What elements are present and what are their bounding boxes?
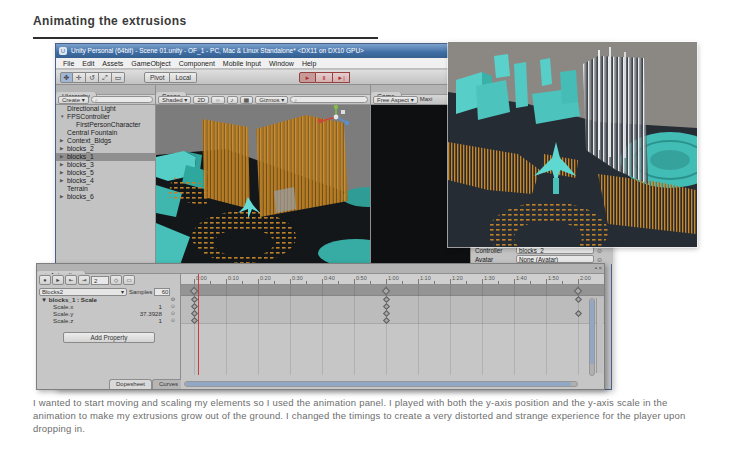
v-scroll-thumb[interactable]: [590, 300, 594, 364]
menu-help[interactable]: Help: [298, 58, 320, 68]
hierarchy-item-fpscontroller[interactable]: ▼FPSController: [56, 113, 155, 121]
hierarchy-item-blocks-3[interactable]: ▶blocks_3: [56, 161, 155, 169]
scene-search-input[interactable]: ⌕: [290, 96, 368, 103]
anim-property-scale-y[interactable]: Scale.y37.3928⊙: [37, 310, 180, 317]
hierarchy-item-terrain[interactable]: Terrain: [56, 185, 155, 193]
menu-edit[interactable]: Edit: [78, 58, 98, 68]
anim-property-scale-z[interactable]: Scale.z1⊙: [37, 317, 180, 324]
tab-dopesheet[interactable]: Dopesheet: [109, 379, 152, 389]
pivot-toggle[interactable]: Pivot: [144, 72, 170, 83]
pause-button[interactable]: Ⅱ: [316, 72, 333, 83]
hierarchy-item-blocks-4[interactable]: ▶blocks_4: [56, 177, 155, 185]
property-name: Scale.x: [53, 303, 73, 310]
hierarchy-search-input[interactable]: ⌕: [91, 96, 153, 103]
timeline-ruler[interactable]: 0:000:100:200:300:400:501:001:101:201:30…: [181, 274, 604, 285]
menu-assets[interactable]: Assets: [98, 58, 127, 68]
add-event-button[interactable]: ▭: [123, 275, 135, 285]
menu-gameobject[interactable]: GameObject: [127, 58, 174, 68]
window-menu-icon[interactable]: ▪: [595, 265, 597, 271]
anim-property-scale-x[interactable]: Scale.x1⊙: [37, 303, 180, 310]
hierarchy-item-context-bldgs[interactable]: ▶Context_Bldgs: [56, 137, 155, 145]
shading-dropdown[interactable]: Shaded ▾: [158, 96, 191, 104]
window-title: Unity Personal (64bit) - Scene 01.unity …: [71, 47, 364, 54]
hierarchy-item-central-fountain[interactable]: Central Fountain: [56, 129, 155, 137]
scale-tool-icon[interactable]: ⤢: [99, 72, 112, 83]
prev-key-button[interactable]: ⇤: [65, 275, 77, 285]
anim-play-button[interactable]: ►: [52, 275, 64, 285]
add-property-button[interactable]: Add Property: [63, 332, 155, 343]
h-scroll-thumb[interactable]: [186, 382, 571, 386]
horizontal-scrollbar[interactable]: [184, 381, 578, 387]
rect-tool-icon[interactable]: ▭: [112, 72, 125, 83]
property-value[interactable]: 1: [159, 303, 162, 310]
hierarchy-toolbar: Create ▾ ⌕: [56, 95, 155, 105]
lighting-toggle-icon[interactable]: ☼: [211, 96, 225, 104]
menu-mobile-input[interactable]: Mobile Input: [219, 58, 265, 68]
rotate-tool-icon[interactable]: ↺: [86, 72, 99, 83]
frame-field[interactable]: 2: [91, 276, 109, 285]
play-controls: ► Ⅱ ►|: [299, 72, 350, 83]
add-keyframe-button[interactable]: ◇: [110, 275, 122, 285]
property-menu-icon[interactable]: ⊙: [171, 296, 175, 303]
close-icon[interactable]: ×: [598, 265, 602, 271]
ruler-minor-tick: [274, 281, 275, 284]
maximize-on-play-toggle[interactable]: Maxi: [420, 95, 433, 104]
ruler-label: 1:10: [420, 275, 431, 281]
property-menu-icon[interactable]: ⊙: [171, 317, 175, 324]
audio-toggle-icon[interactable]: ♪: [227, 96, 238, 104]
foldout-icon[interactable]: ▶: [60, 161, 67, 169]
play-button[interactable]: ►: [299, 72, 316, 83]
local-toggle[interactable]: Local: [170, 72, 197, 83]
samples-field[interactable]: 60: [154, 288, 170, 296]
property-value[interactable]: 1: [159, 317, 162, 324]
hierarchy-item-blocks-2[interactable]: ▶blocks_2: [56, 145, 155, 153]
foldout-icon[interactable]: ▶: [60, 145, 67, 153]
hierarchy-item-firstpersoncharacter[interactable]: FirstPersonCharacter: [56, 121, 155, 129]
aspect-dropdown[interactable]: Free Aspect ▾: [373, 96, 418, 104]
effects-toggle-icon[interactable]: ▦: [240, 96, 254, 104]
property-menu-icon[interactable]: ⊙: [171, 310, 175, 317]
gizmos-dropdown[interactable]: Gizmos ▾: [255, 96, 288, 104]
hierarchy-tabrow: Hierarchy: [56, 85, 155, 95]
foldout-icon[interactable]: ▶: [60, 169, 67, 177]
foldout-icon[interactable]: ▶: [60, 153, 67, 161]
hierarchy-item-directional-light[interactable]: Directional Light: [56, 105, 155, 113]
object-picker-icon[interactable]: ⊙: [597, 256, 602, 263]
ruler-minor-tick: [306, 281, 307, 284]
hierarchy-item-blocks-5[interactable]: ▶blocks_5: [56, 169, 155, 177]
next-key-button[interactable]: ⇥: [78, 275, 90, 285]
menu-window[interactable]: Window: [265, 58, 298, 68]
ruler-tick: [514, 279, 515, 284]
property-name: ▼ blocks_1 : Scale: [41, 296, 97, 303]
step-button[interactable]: ►|: [333, 72, 350, 83]
vertical-scrollbar[interactable]: [589, 298, 595, 376]
foldout-icon[interactable]: ▶: [60, 177, 67, 185]
2d-toggle[interactable]: 2D: [193, 96, 209, 104]
ruler-tick: [450, 279, 451, 284]
scene-viewport[interactable]: [156, 105, 370, 264]
controller-value[interactable]: blocks_2: [516, 246, 594, 254]
ruler-tick: [258, 279, 259, 284]
property-value[interactable]: 37.3928: [140, 310, 162, 317]
object-picker-icon[interactable]: ⊙: [597, 247, 602, 254]
grid-line: [514, 285, 515, 375]
hierarchy-item-blocks-1[interactable]: ▶blocks_1: [56, 153, 155, 161]
sheet-tabs: Dopesheet Curves: [109, 379, 185, 389]
item-label: Context_Bldgs: [67, 137, 111, 144]
foldout-icon[interactable]: ▼: [60, 113, 67, 121]
avatar-value[interactable]: None (Avatar): [516, 255, 594, 263]
hierarchy-item-blocks-6[interactable]: ▶blocks_6: [56, 193, 155, 201]
hand-tool-icon[interactable]: ✥: [60, 72, 73, 83]
create-dropdown[interactable]: Create ▾: [58, 96, 89, 104]
playhead[interactable]: [198, 274, 199, 375]
clip-dropdown[interactable]: Blocks2▾: [39, 288, 127, 296]
foldout-icon[interactable]: ▶: [60, 193, 67, 201]
menu-component[interactable]: Component: [175, 58, 219, 68]
record-button[interactable]: ●: [39, 275, 51, 285]
move-tool-icon[interactable]: ✛: [73, 72, 86, 83]
foldout-icon[interactable]: ▶: [60, 137, 67, 145]
menu-file[interactable]: File: [59, 58, 78, 68]
property-menu-icon[interactable]: ⊙: [171, 303, 175, 310]
anim-property-blocks-1-scale[interactable]: ▼ blocks_1 : Scale⊙: [37, 296, 180, 303]
dopesheet-timeline[interactable]: 0:000:100:200:300:400:501:001:101:201:30…: [181, 274, 604, 389]
